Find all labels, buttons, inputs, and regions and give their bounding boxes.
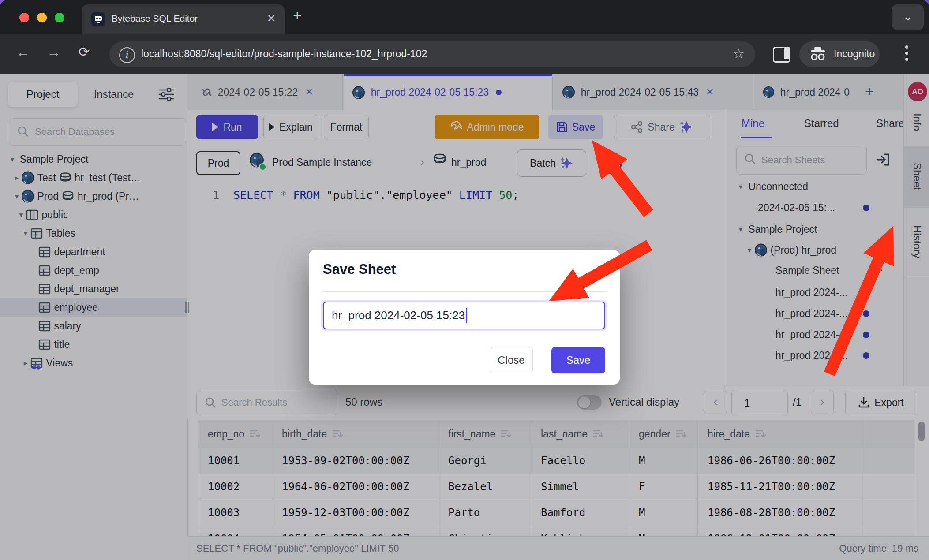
browser-window: Bytebase SQL Editor ✕ + ⌄ ← → ⟳ i localh…: [0, 0, 929, 560]
bookmark-star-icon[interactable]: ☆: [733, 46, 745, 61]
tab-search-chevron-button[interactable]: ⌄: [892, 4, 924, 30]
dialog-save-button[interactable]: Save: [551, 347, 605, 373]
sheet-name-input[interactable]: hr_prod 2024-02-05 15:23: [323, 302, 605, 329]
dialog-close-button[interactable]: Close: [490, 347, 533, 373]
bytebase-app: Project Instance ▾ Sample Project ▸ Tes: [0, 74, 929, 560]
browser-menu-icon[interactable]: [905, 42, 909, 64]
incognito-badge: Incognito: [799, 41, 880, 67]
macos-zoom-button[interactable]: [55, 13, 64, 22]
save-sheet-dialog: Save Sheet ✕ hr_prod 2024-02-05 15:23 Cl…: [309, 250, 620, 385]
incognito-icon: [809, 46, 827, 62]
back-button[interactable]: ←: [16, 44, 30, 60]
site-info-icon[interactable]: i: [119, 47, 135, 63]
text-caret: [466, 308, 467, 323]
side-panel-icon[interactable]: [773, 47, 790, 63]
address-bar[interactable]: i localhost:8080/sql-editor/prod-sample-…: [109, 41, 755, 67]
dialog-divider: [322, 291, 607, 292]
browser-tabstrip: Bytebase SQL Editor ✕ + ⌄: [0, 0, 929, 34]
reload-button[interactable]: ⟳: [79, 44, 90, 60]
browser-toolbar: ← → ⟳ i localhost:8080/sql-editor/prod-s…: [0, 34, 929, 74]
macos-close-button[interactable]: [19, 13, 29, 22]
url-text[interactable]: localhost:8080/sql-editor/prod-sample-in…: [141, 48, 427, 60]
browser-tab-title: Bytebase SQL Editor: [112, 13, 198, 24]
dialog-title: Save Sheet: [323, 261, 396, 277]
new-tab-button[interactable]: +: [293, 7, 302, 24]
forward-button[interactable]: →: [47, 44, 61, 60]
macos-minimize-button[interactable]: [37, 13, 47, 22]
dialog-close-icon[interactable]: ✕: [596, 262, 607, 277]
browser-tab[interactable]: Bytebase SQL Editor ✕: [82, 4, 285, 34]
bytebase-favicon-icon: [91, 12, 105, 26]
browser-tab-close-icon[interactable]: ✕: [267, 12, 276, 25]
incognito-label: Incognito: [834, 48, 875, 60]
